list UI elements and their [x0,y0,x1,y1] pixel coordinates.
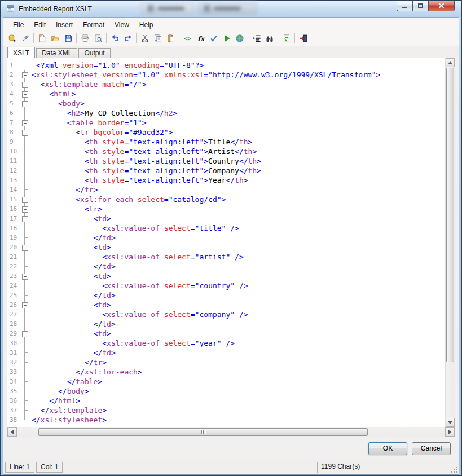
code-text[interactable]: <?xml version="1.0" encoding="UTF-8"?> [29,60,204,70]
code-line[interactable]: 37 </xsl:template> [7,406,445,415]
menu-help[interactable]: Help [134,19,159,30]
code-line[interactable]: 7 <table border="1"> [7,118,445,127]
code-lines[interactable]: 1 <?xml version="1.0" encoding="UTF-8"?>… [7,58,445,427]
code-line[interactable]: 5 <body> [7,99,445,108]
code-text[interactable]: <th style="text-align:left">Year</th> [29,175,248,185]
paste-button[interactable] [164,32,177,45]
print-button[interactable] [78,32,91,45]
code-text[interactable]: <xsl:template match="/"> [29,80,147,89]
code-text[interactable]: </td> [29,233,116,243]
code-text[interactable]: <table border="1"> [29,118,147,127]
fold-toggle-icon[interactable] [20,89,29,99]
code-line[interactable]: 27 <xsl:value-of select="company" /> [7,310,445,319]
minimize-button[interactable] [397,1,413,11]
code-text[interactable]: <td> [29,329,111,338]
maximize-button[interactable] [412,1,429,11]
code-line[interactable]: 38</xsl:stylesheet> [7,415,445,425]
code-text[interactable]: <xsl:stylesheet version="1.0" xmlns:xsl=… [29,70,380,80]
fold-toggle-icon[interactable] [20,271,29,281]
save-button[interactable] [61,32,74,45]
fold-toggle-icon[interactable] [20,127,29,137]
vertical-scroll-thumb[interactable] [446,68,454,362]
code-text[interactable]: </tr> [29,358,107,367]
code-text[interactable]: </td> [29,319,116,329]
insert-function-button[interactable]: fx [194,32,207,45]
code-line[interactable]: 35 </body> [7,386,445,396]
fold-toggle-icon[interactable] [20,118,29,127]
fold-toggle-icon[interactable] [20,204,29,214]
horizontal-scrollbar[interactable] [7,427,455,437]
menu-edit[interactable]: Edit [29,19,51,30]
tab-data-xml[interactable]: Data XML [36,48,77,58]
code-text[interactable]: <body> [29,99,85,108]
code-line[interactable]: 21 <xsl:value-of select="artist" /> [7,252,445,262]
code-line[interactable]: 12 <th style="text-align:left">Company</… [7,166,445,175]
code-line[interactable]: 30 <xsl:value-of select="year" /> [7,338,445,348]
scroll-down-button[interactable] [446,418,455,427]
code-text[interactable]: </tr> [29,185,98,195]
code-line[interactable]: 22 </td> [7,262,445,271]
code-line[interactable]: 34 </table> [7,377,445,386]
code-text[interactable]: </xsl:stylesheet> [29,415,107,425]
code-line[interactable]: 17 <td> [7,214,445,223]
cancel-button[interactable]: Cancel [412,442,451,455]
code-line[interactable]: 26 <td> [7,300,445,310]
code-tags-button[interactable]: <> [181,32,194,45]
fold-toggle-icon[interactable] [20,99,29,108]
find-button[interactable] [263,32,276,45]
browser-preview-button[interactable] [233,32,246,45]
scroll-right-button[interactable] [445,427,455,437]
print-preview-button[interactable] [91,32,104,45]
fold-toggle-icon[interactable] [20,195,29,204]
code-line[interactable]: 23 <td> [7,271,445,281]
code-text[interactable]: <th style="text-align:left">Country</th> [29,156,261,166]
code-text[interactable]: <tr bgcolor="#9acd32"> [29,127,173,137]
code-line[interactable]: 10 <th style="text-align:left">Artist</t… [7,147,445,156]
format-indent-button[interactable] [250,32,263,45]
code-line[interactable]: 31 </td> [7,348,445,358]
code-line[interactable]: 9 <th style="text-align:left">Title</th> [7,137,445,147]
tab-output[interactable]: Output [78,48,110,58]
refresh-document-button[interactable] [280,32,293,45]
fold-toggle-icon[interactable] [20,70,29,80]
tab-xslt[interactable]: XSLT [7,47,35,58]
menu-format[interactable]: Format [78,19,109,30]
code-text[interactable]: <td> [29,214,111,223]
fold-toggle-icon[interactable] [20,243,29,252]
copy-button[interactable] [151,32,164,45]
menu-insert[interactable]: Insert [51,19,78,30]
resize-grip[interactable] [451,466,457,473]
scroll-left-button[interactable] [7,427,17,437]
code-line[interactable]: 3 <xsl:template match="/"> [7,80,445,89]
code-text[interactable]: </html> [29,396,80,406]
code-line[interactable]: 18 <xsl:value-of select="title" /> [7,223,445,233]
code-text[interactable]: <xsl:value-of select="country" /> [29,281,248,290]
code-text[interactable]: </xsl:for-each> [29,367,142,377]
code-text[interactable]: </td> [29,290,116,300]
title-bar[interactable]: Embedded Report XSLT [1,1,461,17]
code-text[interactable]: <xsl:value-of select="artist" /> [29,252,244,262]
scroll-up-button[interactable] [446,58,455,67]
cut-button[interactable] [138,32,151,45]
code-text[interactable]: </td> [29,348,116,358]
code-text[interactable]: </body> [29,386,89,396]
code-text[interactable]: <th style="text-align:left">Title</th> [29,137,252,147]
code-text[interactable]: <td> [29,243,111,252]
code-line[interactable]: 20 <td> [7,243,445,252]
code-line[interactable]: 6 <h2>My CD Collection</h2> [7,108,445,118]
code-line[interactable]: 15 <xsl:for-each select="catalog/cd"> [7,195,445,204]
undo-button[interactable] [108,32,121,45]
code-text[interactable]: <th style="text-align:left">Artist</th> [29,147,257,156]
database-button[interactable] [6,32,19,45]
code-text[interactable]: <xsl:value-of select="year" /> [29,338,235,348]
menu-view[interactable]: View [109,19,134,30]
code-line[interactable]: 19 </td> [7,233,445,243]
horizontal-scroll-thumb[interactable] [38,428,368,436]
code-text[interactable]: <html> [29,89,76,99]
code-line[interactable]: 24 <xsl:value-of select="country" /> [7,281,445,290]
horizontal-scroll-track[interactable] [17,427,445,437]
exit-button[interactable] [297,32,310,45]
code-line[interactable]: 11 <th style="text-align:left">Country</… [7,156,445,166]
code-editor[interactable]: 1 <?xml version="1.0" encoding="UTF-8"?>… [7,58,455,437]
code-line[interactable]: 36 </html> [7,396,445,406]
